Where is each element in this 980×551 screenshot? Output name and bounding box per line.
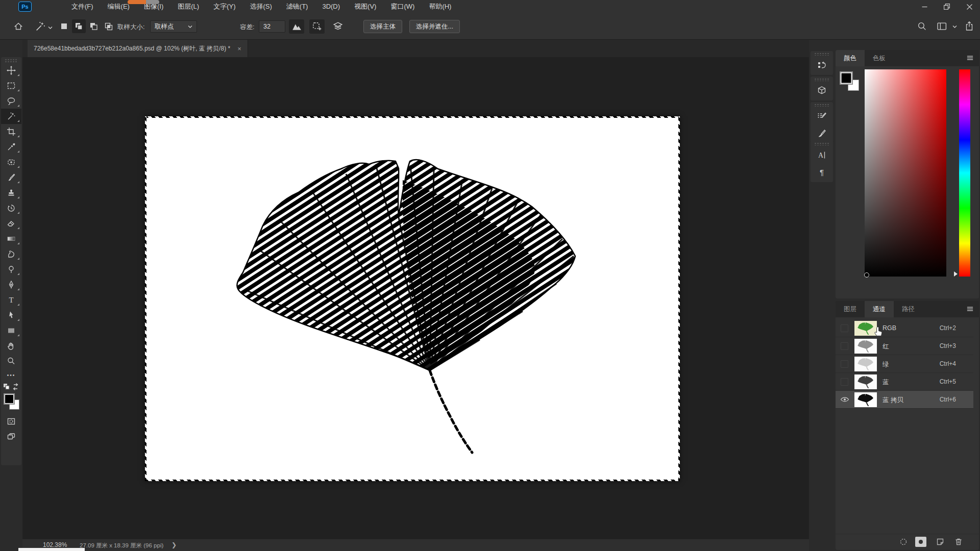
document-canvas[interactable] <box>145 116 680 481</box>
lasso-tool[interactable] <box>1 93 21 109</box>
hue-slider[interactable] <box>959 69 970 277</box>
channel-thumbnail[interactable] <box>854 374 877 389</box>
channel-row-green[interactable]: 绿 Ctrl+4 <box>836 355 973 373</box>
zoom-input-sliver[interactable] <box>18 548 85 551</box>
rectangular-marquee-tool[interactable] <box>1 78 21 93</box>
screen-mode-icon[interactable] <box>1 429 21 444</box>
tab-close-icon[interactable]: × <box>237 45 241 53</box>
select-subject-button[interactable]: 选择主体 <box>363 20 402 33</box>
canvas-pasteboard[interactable] <box>22 57 809 539</box>
eraser-tool[interactable] <box>1 216 21 231</box>
channel-thumbnail[interactable] <box>854 357 877 371</box>
menu-3d[interactable]: 3D(D) <box>315 0 347 13</box>
hue-slider-pointer[interactable] <box>954 271 958 277</box>
magic-wand-tool[interactable] <box>1 109 21 124</box>
color-field[interactable] <box>865 69 946 277</box>
subtract-from-selection-icon[interactable] <box>87 19 101 33</box>
search-icon[interactable] <box>917 21 927 31</box>
clone-stamp-tool[interactable] <box>1 185 21 201</box>
eyedropper-tool[interactable] <box>1 139 21 155</box>
3d-panel-icon[interactable] <box>811 82 833 99</box>
save-selection-as-channel-icon[interactable] <box>915 537 926 547</box>
tolerance-input[interactable]: 32 <box>259 20 285 33</box>
document-tab[interactable]: 726e58e41bbedadd3b727eb212a0a865.psd @ 1… <box>28 40 248 57</box>
zoom-tool[interactable] <box>1 354 21 369</box>
channel-row-blue-copy[interactable]: 蓝 拷贝 Ctrl+6 <box>836 391 973 409</box>
path-selection-tool[interactable] <box>1 308 21 323</box>
panel-menu-icon[interactable] <box>966 55 974 63</box>
history-brush-tool[interactable] <box>1 201 21 216</box>
color-field-cursor[interactable] <box>864 272 869 278</box>
channel-thumbnail[interactable] <box>854 392 877 407</box>
workspace-icon[interactable] <box>937 22 947 31</box>
tab-paths[interactable]: 路径 <box>894 301 923 317</box>
visibility-toggle[interactable] <box>841 378 848 386</box>
sample-all-layers-icon[interactable] <box>330 19 346 34</box>
visibility-toggle[interactable] <box>841 324 848 332</box>
restore-icon[interactable] <box>940 2 953 12</box>
menu-help[interactable]: 帮助(H) <box>422 0 458 13</box>
crop-tool[interactable] <box>1 124 21 139</box>
tab-channels[interactable]: 通道 <box>865 301 894 317</box>
panel-menu-icon[interactable] <box>966 306 974 314</box>
contiguous-toggle-icon[interactable] <box>309 19 325 34</box>
close-icon[interactable] <box>963 2 976 12</box>
share-icon[interactable] <box>965 21 974 31</box>
menu-view[interactable]: 视图(V) <box>347 0 383 13</box>
select-and-mask-button[interactable]: 选择并遮住... <box>409 20 460 33</box>
workspace-chevron-icon[interactable] <box>952 25 957 29</box>
panel-grip[interactable] <box>814 142 829 145</box>
tab-layers[interactable]: 图层 <box>836 301 865 317</box>
status-expand-icon[interactable]: ❯ <box>172 541 177 548</box>
type-tool[interactable]: T <box>1 292 21 308</box>
hand-tool[interactable] <box>1 338 21 354</box>
new-channel-icon[interactable] <box>935 537 946 547</box>
character-panel-icon[interactable]: A <box>811 146 833 164</box>
brush-settings-panel-icon[interactable] <box>811 108 833 125</box>
visibility-eye-icon[interactable] <box>840 395 850 404</box>
move-tool[interactable] <box>1 63 21 78</box>
add-to-selection-icon[interactable] <box>72 19 86 33</box>
visibility-toggle[interactable] <box>841 360 848 368</box>
channel-row-red[interactable]: 红 Ctrl+3 <box>836 337 973 355</box>
new-selection-icon[interactable] <box>57 19 71 33</box>
channel-row-blue[interactable]: 蓝 Ctrl+5 <box>836 373 973 391</box>
toolbar-grip[interactable] <box>5 59 18 62</box>
load-channel-as-selection-icon[interactable] <box>898 537 909 547</box>
channel-row-rgb[interactable]: RGB Ctrl+2 <box>836 319 973 337</box>
pen-tool[interactable] <box>1 277 21 292</box>
brush-tool[interactable] <box>1 170 21 185</box>
zoom-level-field[interactable]: 102.38% <box>43 541 67 548</box>
minimize-icon[interactable] <box>918 2 931 12</box>
tool-preset-chevron-icon[interactable] <box>48 26 53 30</box>
panel-grip[interactable] <box>814 53 829 56</box>
history-panel-icon[interactable] <box>811 57 833 74</box>
spot-healing-brush-tool[interactable] <box>1 155 21 170</box>
menu-file[interactable]: 文件(F) <box>64 0 101 13</box>
anti-alias-toggle-icon[interactable] <box>289 19 304 34</box>
home-icon[interactable] <box>14 22 23 31</box>
menu-select[interactable]: 选择(S) <box>242 0 279 13</box>
panel-grip[interactable] <box>814 104 829 107</box>
edit-toolbar-ellipsis[interactable]: ••• <box>1 369 21 381</box>
menu-filter[interactable]: 滤镜(T) <box>279 0 315 13</box>
foreground-color-swatch[interactable] <box>840 71 853 85</box>
menu-window[interactable]: 窗口(W) <box>383 0 422 13</box>
sample-size-dropdown[interactable]: 取样点 <box>150 20 197 33</box>
magic-wand-tool-icon[interactable] <box>35 21 46 32</box>
rectangle-shape-tool[interactable] <box>1 323 21 338</box>
brushes-panel-icon[interactable] <box>811 125 833 142</box>
panel-grip[interactable] <box>814 78 829 81</box>
dodge-tool[interactable] <box>1 262 21 277</box>
menu-type[interactable]: 文字(Y) <box>206 0 242 13</box>
smudge-tool[interactable] <box>1 246 21 262</box>
menu-layer[interactable]: 图层(L) <box>170 0 206 13</box>
foreground-color-swatch[interactable] <box>4 393 15 405</box>
quick-mask-icon[interactable] <box>1 414 21 429</box>
gradient-tool[interactable] <box>1 231 21 246</box>
tab-color[interactable]: 颜色 <box>836 50 865 66</box>
channel-thumbnail[interactable] <box>854 339 877 354</box>
tab-swatches[interactable]: 色板 <box>865 50 894 66</box>
paragraph-panel-icon[interactable]: ¶ <box>811 164 833 181</box>
delete-channel-icon[interactable] <box>953 537 964 547</box>
